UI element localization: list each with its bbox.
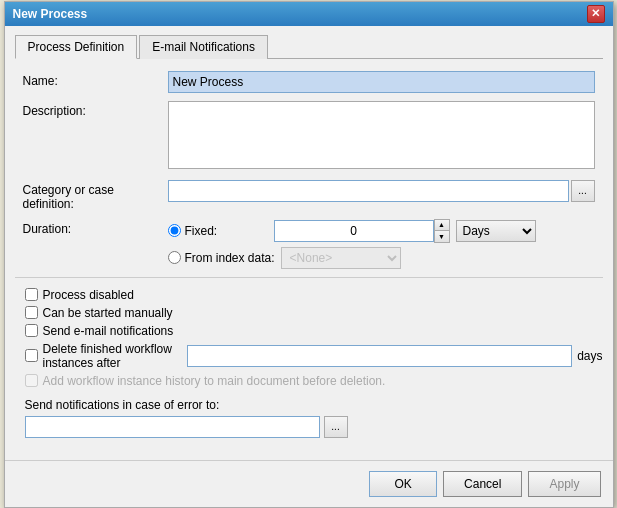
dialog: New Process ✕ Process Definition E-mail … xyxy=(4,1,614,508)
spinner-buttons: ▲ ▼ xyxy=(434,219,450,243)
ok-button[interactable]: OK xyxy=(369,471,437,497)
category-control: ... xyxy=(168,180,595,202)
delete-finished-label: Delete finished workflow instances after xyxy=(43,342,182,370)
days-select[interactable]: Days Hours Minutes xyxy=(456,220,536,242)
can-start-manually-label: Can be started manually xyxy=(43,306,173,320)
spinner-input[interactable] xyxy=(274,220,434,242)
workflow-history-row: Add workflow instance history to main do… xyxy=(25,374,603,388)
can-start-manually-row: Can be started manually xyxy=(25,306,603,320)
name-row: Name: xyxy=(23,71,595,93)
notifications-input[interactable] xyxy=(25,416,320,438)
bottom-buttons: OK Cancel Apply xyxy=(5,460,613,507)
notifications-input-row: ... xyxy=(25,416,603,438)
dialog-body: Process Definition E-mail Notifications … xyxy=(5,26,613,448)
duration-control: Fixed: ▲ ▼ Days Hours xyxy=(168,219,595,269)
title-bar: New Process ✕ xyxy=(5,2,613,26)
category-label: Category or case definition: xyxy=(23,180,168,211)
send-email-checkbox[interactable] xyxy=(25,324,38,337)
can-start-manually-checkbox[interactable] xyxy=(25,306,38,319)
description-textarea[interactable] xyxy=(168,101,595,169)
tab-email-notifications[interactable]: E-mail Notifications xyxy=(139,35,268,59)
notifications-label: Send notifications in case of error to: xyxy=(25,398,603,412)
category-browse-button[interactable]: ... xyxy=(571,180,595,202)
notifications-browse-button[interactable]: ... xyxy=(324,416,348,438)
fixed-radio-label[interactable]: Fixed: xyxy=(168,224,268,238)
from-index-row: From index data: <None> xyxy=(168,247,595,269)
description-row: Description: xyxy=(23,101,595,172)
notifications-section: Send notifications in case of error to: … xyxy=(15,398,603,438)
category-input[interactable] xyxy=(168,180,569,202)
process-disabled-checkbox[interactable] xyxy=(25,288,38,301)
fixed-row: Fixed: ▲ ▼ Days Hours xyxy=(168,219,595,243)
description-label: Description: xyxy=(23,101,168,118)
form-area: Name: Description: Category or case defi… xyxy=(15,71,603,269)
description-control xyxy=(168,101,595,172)
workflow-history-checkbox[interactable] xyxy=(25,374,38,387)
process-disabled-label: Process disabled xyxy=(43,288,134,302)
spinner-wrap: ▲ ▼ xyxy=(274,219,450,243)
from-index-label: From index data: xyxy=(185,251,275,265)
spinner-down-button[interactable]: ▼ xyxy=(435,231,449,242)
divider xyxy=(15,277,603,278)
name-label: Name: xyxy=(23,71,168,88)
delete-finished-checkbox[interactable] xyxy=(25,349,38,362)
category-row: Category or case definition: ... xyxy=(23,180,595,211)
from-index-select[interactable]: <None> xyxy=(281,247,401,269)
from-index-radio-label[interactable]: From index data: xyxy=(168,251,275,265)
send-email-row: Send e-mail notifications xyxy=(25,324,603,338)
name-control xyxy=(168,71,595,93)
tab-process-definition[interactable]: Process Definition xyxy=(15,35,138,59)
close-button[interactable]: ✕ xyxy=(587,5,605,23)
process-disabled-row: Process disabled xyxy=(25,288,603,302)
send-email-label: Send e-mail notifications xyxy=(43,324,174,338)
cancel-button[interactable]: Cancel xyxy=(443,471,522,497)
duration-section: Fixed: ▲ ▼ Days Hours xyxy=(168,219,595,269)
workflow-history-label: Add workflow instance history to main do… xyxy=(43,374,386,388)
spinner-up-button[interactable]: ▲ xyxy=(435,220,449,231)
apply-button[interactable]: Apply xyxy=(528,471,600,497)
duration-row: Duration: Fixed: ▲ xyxy=(23,219,595,269)
fixed-label: Fixed: xyxy=(185,224,218,238)
dialog-title: New Process xyxy=(13,7,88,21)
from-index-radio[interactable] xyxy=(168,251,181,264)
delete-days-input[interactable] xyxy=(187,345,572,367)
checkboxes-section: Process disabled Can be started manually… xyxy=(15,288,603,388)
duration-label: Duration: xyxy=(23,219,168,236)
days-suffix: days xyxy=(577,349,602,363)
tabs: Process Definition E-mail Notifications xyxy=(15,34,603,59)
delete-row: Delete finished workflow instances after… xyxy=(25,342,603,370)
fixed-radio[interactable] xyxy=(168,224,181,237)
name-input[interactable] xyxy=(168,71,595,93)
